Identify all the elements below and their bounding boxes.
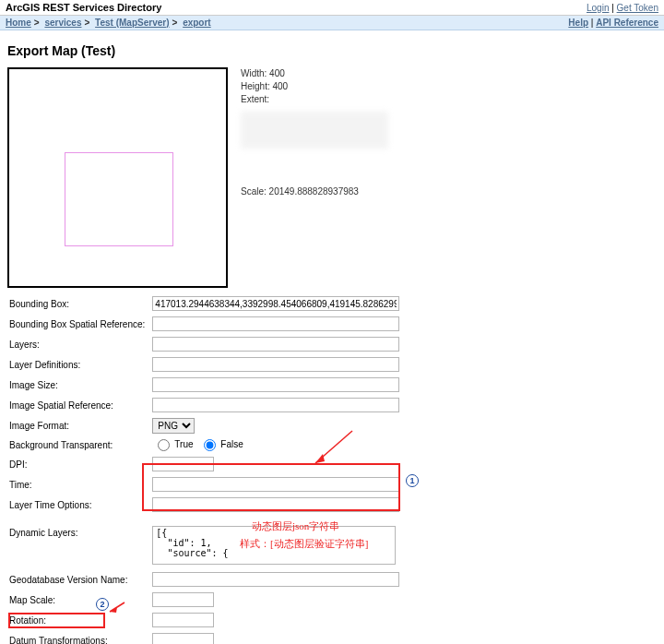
app-title: ArcGIS REST Services Directory bbox=[6, 2, 161, 13]
imagesr-label: Image Spatial Reference: bbox=[7, 395, 148, 415]
transparent-false-label: False bbox=[220, 439, 243, 449]
rotation-input[interactable] bbox=[152, 613, 214, 627]
breadcrumb-services[interactable]: services bbox=[44, 18, 81, 28]
time-label: Time: bbox=[7, 474, 148, 495]
transparent-label: Background Transparent: bbox=[7, 436, 148, 454]
layertime-input[interactable] bbox=[152, 497, 399, 512]
mapscale-input[interactable] bbox=[152, 592, 214, 607]
annotation-badge-1: 1 bbox=[406, 474, 419, 487]
meta-extent-values-blurred bbox=[241, 112, 388, 149]
layertime-label: Layer Time Options: bbox=[7, 495, 148, 515]
api-ref-link[interactable]: API Reference bbox=[596, 18, 658, 28]
imagesr-input[interactable] bbox=[152, 398, 399, 412]
transparent-true-label: True bbox=[174, 439, 193, 449]
mapscale-label: Map Scale: bbox=[7, 590, 148, 610]
bboxsr-label: Bounding Box Spatial Reference: bbox=[7, 314, 148, 334]
meta-width: Width: 400 bbox=[241, 67, 388, 80]
transparent-true-radio[interactable] bbox=[158, 439, 170, 451]
time-input[interactable] bbox=[152, 477, 399, 492]
size-label: Image Size: bbox=[7, 375, 148, 395]
bbox-label: Bounding Box: bbox=[7, 293, 148, 314]
layers-label: Layers: bbox=[7, 334, 148, 354]
map-meta: Width: 400 Height: 400 Extent: Scale: 20… bbox=[241, 67, 388, 288]
bbox-input[interactable] bbox=[152, 296, 399, 311]
image-format-select[interactable]: PNG bbox=[152, 418, 195, 434]
layers-input[interactable] bbox=[152, 337, 399, 352]
annotation-badge-2: 2 bbox=[96, 598, 109, 611]
breadcrumb-export[interactable]: export bbox=[183, 18, 211, 28]
size-input[interactable] bbox=[152, 377, 399, 392]
breadcrumb-test[interactable]: Test (MapServer) bbox=[95, 18, 169, 28]
breadcrumb-home[interactable]: Home bbox=[6, 18, 31, 28]
meta-scale: Scale: 20149.888828937983 bbox=[241, 185, 388, 198]
get-token-link[interactable]: Get Token bbox=[617, 3, 658, 13]
dynamic-layers-textarea[interactable]: [{ "id": 1, "source": { bbox=[152, 526, 396, 565]
meta-extent: Extent: bbox=[241, 93, 388, 106]
dpi-label: DPI: bbox=[7, 454, 148, 474]
image-format-label: Image Format: bbox=[7, 415, 148, 436]
dpi-input[interactable] bbox=[152, 457, 214, 471]
gdbver-label: Geodatabase Version Name: bbox=[7, 569, 148, 590]
map-extent-rect bbox=[65, 152, 173, 246]
rotation-label: Rotation: bbox=[7, 610, 148, 630]
datum-input[interactable] bbox=[152, 633, 214, 644]
map-preview bbox=[7, 67, 228, 288]
breadcrumb: Help | API Reference Home> services> Tes… bbox=[0, 16, 664, 30]
login-link[interactable]: Login bbox=[587, 3, 609, 13]
transparent-false-radio[interactable] bbox=[204, 439, 216, 451]
help-link[interactable]: Help bbox=[568, 18, 588, 28]
meta-height: Height: 400 bbox=[241, 80, 388, 93]
datum-label: Datum Transformations: bbox=[7, 630, 148, 644]
bboxsr-input[interactable] bbox=[152, 316, 399, 331]
page-title: Export Map (Test) bbox=[7, 43, 657, 58]
layerdefs-input[interactable] bbox=[152, 357, 399, 372]
gdbver-input[interactable] bbox=[152, 572, 399, 587]
dynamic-layers-label: Dynamic Layers: bbox=[7, 515, 148, 569]
layerdefs-label: Layer Definitions: bbox=[7, 354, 148, 375]
